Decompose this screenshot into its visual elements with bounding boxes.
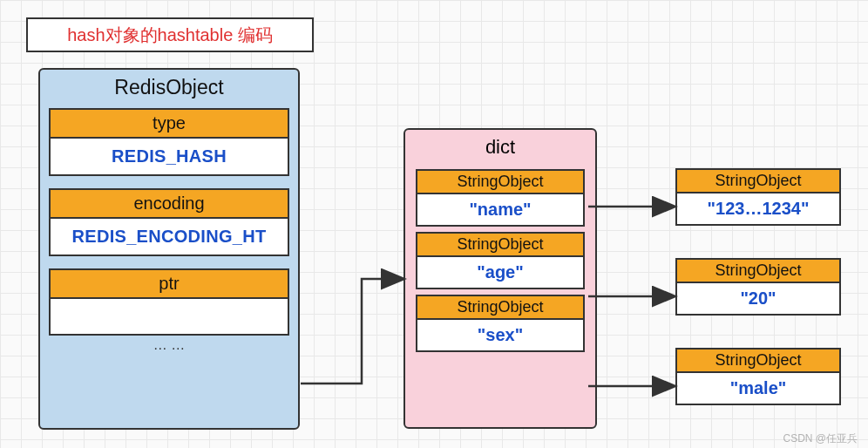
watermark: CSDN @任亚兵 bbox=[783, 431, 858, 446]
encoding-value: REDIS_ENCODING_HT bbox=[49, 217, 289, 256]
encoding-block: encoding REDIS_ENCODING_HT bbox=[49, 188, 289, 256]
redis-ellipsis: … … bbox=[153, 336, 185, 353]
ptr-label: ptr bbox=[49, 268, 289, 297]
type-label: type bbox=[49, 108, 289, 137]
dict-key-age: StringObject "age" bbox=[416, 232, 585, 289]
dict-key-name: StringObject "name" bbox=[416, 169, 585, 227]
diagram-title-box: hash对象的hashtable 编码 bbox=[26, 17, 314, 52]
diagram-title-text: hash对象的hashtable 编码 bbox=[67, 24, 273, 47]
value-text: "male" bbox=[675, 371, 841, 405]
type-block: type REDIS_HASH bbox=[49, 108, 289, 176]
value-text: "123…1234" bbox=[675, 192, 841, 226]
dict-key-value: "age" bbox=[416, 255, 585, 289]
ptr-value bbox=[49, 297, 289, 336]
value-header: StringObject bbox=[675, 348, 841, 371]
dict-key-sex: StringObject "sex" bbox=[416, 295, 585, 352]
ptr-block: ptr bbox=[49, 268, 289, 336]
value-header: StringObject bbox=[675, 168, 841, 192]
dict-key-header: StringObject bbox=[416, 232, 585, 255]
dict-key-header: StringObject bbox=[416, 169, 585, 193]
redis-object-panel: RedisObject type REDIS_HASH encoding RED… bbox=[38, 68, 300, 430]
type-value: REDIS_HASH bbox=[49, 137, 289, 176]
dict-key-value: "name" bbox=[416, 193, 585, 227]
dict-key-header: StringObject bbox=[416, 295, 585, 318]
value-text: "20" bbox=[675, 282, 841, 316]
dict-key-value: "sex" bbox=[416, 318, 585, 352]
value-name-box: StringObject "123…1234" bbox=[675, 168, 841, 226]
value-header: StringObject bbox=[675, 258, 841, 282]
dict-panel: dict StringObject "name" StringObject "a… bbox=[403, 128, 597, 429]
encoding-label: encoding bbox=[49, 188, 289, 217]
dict-header: dict bbox=[485, 133, 515, 164]
value-sex-box: StringObject "male" bbox=[675, 348, 841, 405]
value-age-box: StringObject "20" bbox=[675, 258, 841, 316]
redis-object-header: RedisObject bbox=[114, 73, 223, 105]
